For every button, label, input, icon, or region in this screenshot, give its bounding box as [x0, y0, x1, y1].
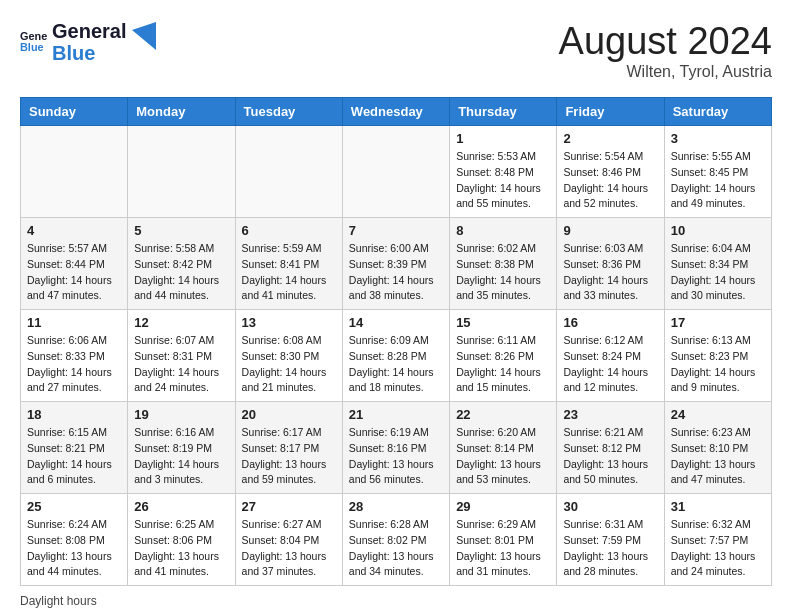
- day-number: 15: [456, 315, 550, 330]
- month-title: August 2024: [559, 20, 772, 63]
- calendar-day-cell: 17Sunrise: 6:13 AMSunset: 8:23 PMDayligh…: [664, 310, 771, 402]
- calendar-day-cell: [21, 126, 128, 218]
- logo-blue-text: Blue: [52, 42, 126, 64]
- calendar-day-cell: 30Sunrise: 6:31 AMSunset: 7:59 PMDayligh…: [557, 494, 664, 586]
- day-info: Sunrise: 6:16 AMSunset: 8:19 PMDaylight:…: [134, 425, 228, 488]
- calendar-day-cell: 3Sunrise: 5:55 AMSunset: 8:45 PMDaylight…: [664, 126, 771, 218]
- footer: Daylight hours: [20, 594, 772, 608]
- day-number: 16: [563, 315, 657, 330]
- day-info: Sunrise: 6:13 AMSunset: 8:23 PMDaylight:…: [671, 333, 765, 396]
- calendar-day-cell: 5Sunrise: 5:58 AMSunset: 8:42 PMDaylight…: [128, 218, 235, 310]
- day-info: Sunrise: 6:32 AMSunset: 7:57 PMDaylight:…: [671, 517, 765, 580]
- logo-general-text: General: [52, 20, 126, 42]
- day-info: Sunrise: 6:02 AMSunset: 8:38 PMDaylight:…: [456, 241, 550, 304]
- calendar-day-cell: 7Sunrise: 6:00 AMSunset: 8:39 PMDaylight…: [342, 218, 449, 310]
- calendar-day-cell: 21Sunrise: 6:19 AMSunset: 8:16 PMDayligh…: [342, 402, 449, 494]
- day-info: Sunrise: 6:31 AMSunset: 7:59 PMDaylight:…: [563, 517, 657, 580]
- day-number: 2: [563, 131, 657, 146]
- day-info: Sunrise: 6:07 AMSunset: 8:31 PMDaylight:…: [134, 333, 228, 396]
- day-number: 23: [563, 407, 657, 422]
- day-info: Sunrise: 6:17 AMSunset: 8:17 PMDaylight:…: [242, 425, 336, 488]
- calendar-header-monday: Monday: [128, 98, 235, 126]
- page-header: General Blue General Blue August 2024 Wi…: [20, 20, 772, 81]
- calendar-day-cell: 4Sunrise: 5:57 AMSunset: 8:44 PMDaylight…: [21, 218, 128, 310]
- calendar-week-row: 1Sunrise: 5:53 AMSunset: 8:48 PMDaylight…: [21, 126, 772, 218]
- day-number: 1: [456, 131, 550, 146]
- day-number: 18: [27, 407, 121, 422]
- day-info: Sunrise: 6:03 AMSunset: 8:36 PMDaylight:…: [563, 241, 657, 304]
- day-number: 5: [134, 223, 228, 238]
- day-info: Sunrise: 6:28 AMSunset: 8:02 PMDaylight:…: [349, 517, 443, 580]
- day-info: Sunrise: 6:12 AMSunset: 8:24 PMDaylight:…: [563, 333, 657, 396]
- day-info: Sunrise: 6:15 AMSunset: 8:21 PMDaylight:…: [27, 425, 121, 488]
- calendar-header-saturday: Saturday: [664, 98, 771, 126]
- day-info: Sunrise: 6:29 AMSunset: 8:01 PMDaylight:…: [456, 517, 550, 580]
- calendar-day-cell: 8Sunrise: 6:02 AMSunset: 8:38 PMDaylight…: [450, 218, 557, 310]
- calendar-header-friday: Friday: [557, 98, 664, 126]
- calendar-day-cell: 20Sunrise: 6:17 AMSunset: 8:17 PMDayligh…: [235, 402, 342, 494]
- day-number: 3: [671, 131, 765, 146]
- day-info: Sunrise: 5:53 AMSunset: 8:48 PMDaylight:…: [456, 149, 550, 212]
- day-number: 9: [563, 223, 657, 238]
- day-info: Sunrise: 5:54 AMSunset: 8:46 PMDaylight:…: [563, 149, 657, 212]
- day-number: 6: [242, 223, 336, 238]
- calendar-header-thursday: Thursday: [450, 98, 557, 126]
- day-info: Sunrise: 5:55 AMSunset: 8:45 PMDaylight:…: [671, 149, 765, 212]
- day-number: 28: [349, 499, 443, 514]
- svg-text:Blue: Blue: [20, 41, 44, 53]
- calendar-day-cell: 19Sunrise: 6:16 AMSunset: 8:19 PMDayligh…: [128, 402, 235, 494]
- day-info: Sunrise: 6:00 AMSunset: 8:39 PMDaylight:…: [349, 241, 443, 304]
- calendar-day-cell: 31Sunrise: 6:32 AMSunset: 7:57 PMDayligh…: [664, 494, 771, 586]
- calendar-day-cell: 23Sunrise: 6:21 AMSunset: 8:12 PMDayligh…: [557, 402, 664, 494]
- calendar-day-cell: 18Sunrise: 6:15 AMSunset: 8:21 PMDayligh…: [21, 402, 128, 494]
- day-number: 11: [27, 315, 121, 330]
- calendar-day-cell: 14Sunrise: 6:09 AMSunset: 8:28 PMDayligh…: [342, 310, 449, 402]
- calendar-table: SundayMondayTuesdayWednesdayThursdayFrid…: [20, 97, 772, 586]
- daylight-label: Daylight hours: [20, 594, 97, 608]
- day-info: Sunrise: 5:58 AMSunset: 8:42 PMDaylight:…: [134, 241, 228, 304]
- day-info: Sunrise: 6:27 AMSunset: 8:04 PMDaylight:…: [242, 517, 336, 580]
- calendar-week-row: 18Sunrise: 6:15 AMSunset: 8:21 PMDayligh…: [21, 402, 772, 494]
- svg-marker-2: [132, 22, 156, 50]
- day-info: Sunrise: 6:21 AMSunset: 8:12 PMDaylight:…: [563, 425, 657, 488]
- day-info: Sunrise: 6:11 AMSunset: 8:26 PMDaylight:…: [456, 333, 550, 396]
- day-info: Sunrise: 6:23 AMSunset: 8:10 PMDaylight:…: [671, 425, 765, 488]
- calendar-day-cell: [342, 126, 449, 218]
- calendar-day-cell: 27Sunrise: 6:27 AMSunset: 8:04 PMDayligh…: [235, 494, 342, 586]
- day-info: Sunrise: 6:04 AMSunset: 8:34 PMDaylight:…: [671, 241, 765, 304]
- day-number: 24: [671, 407, 765, 422]
- day-info: Sunrise: 6:09 AMSunset: 8:28 PMDaylight:…: [349, 333, 443, 396]
- logo: General Blue General Blue: [20, 20, 156, 64]
- day-number: 17: [671, 315, 765, 330]
- calendar-header-row: SundayMondayTuesdayWednesdayThursdayFrid…: [21, 98, 772, 126]
- day-number: 30: [563, 499, 657, 514]
- logo-arrow-icon: [132, 22, 156, 54]
- calendar-day-cell: 15Sunrise: 6:11 AMSunset: 8:26 PMDayligh…: [450, 310, 557, 402]
- day-number: 12: [134, 315, 228, 330]
- day-number: 7: [349, 223, 443, 238]
- calendar-day-cell: 12Sunrise: 6:07 AMSunset: 8:31 PMDayligh…: [128, 310, 235, 402]
- calendar-day-cell: 1Sunrise: 5:53 AMSunset: 8:48 PMDaylight…: [450, 126, 557, 218]
- day-info: Sunrise: 6:20 AMSunset: 8:14 PMDaylight:…: [456, 425, 550, 488]
- day-info: Sunrise: 6:19 AMSunset: 8:16 PMDaylight:…: [349, 425, 443, 488]
- calendar-day-cell: 16Sunrise: 6:12 AMSunset: 8:24 PMDayligh…: [557, 310, 664, 402]
- day-number: 10: [671, 223, 765, 238]
- day-number: 27: [242, 499, 336, 514]
- calendar-day-cell: 25Sunrise: 6:24 AMSunset: 8:08 PMDayligh…: [21, 494, 128, 586]
- calendar-day-cell: 2Sunrise: 5:54 AMSunset: 8:46 PMDaylight…: [557, 126, 664, 218]
- logo-icon: General Blue: [20, 28, 48, 56]
- day-info: Sunrise: 6:08 AMSunset: 8:30 PMDaylight:…: [242, 333, 336, 396]
- day-number: 26: [134, 499, 228, 514]
- calendar-day-cell: 24Sunrise: 6:23 AMSunset: 8:10 PMDayligh…: [664, 402, 771, 494]
- calendar-day-cell: [235, 126, 342, 218]
- calendar-header-tuesday: Tuesday: [235, 98, 342, 126]
- day-number: 20: [242, 407, 336, 422]
- day-number: 25: [27, 499, 121, 514]
- day-info: Sunrise: 6:25 AMSunset: 8:06 PMDaylight:…: [134, 517, 228, 580]
- day-number: 8: [456, 223, 550, 238]
- calendar-day-cell: 26Sunrise: 6:25 AMSunset: 8:06 PMDayligh…: [128, 494, 235, 586]
- calendar-day-cell: 13Sunrise: 6:08 AMSunset: 8:30 PMDayligh…: [235, 310, 342, 402]
- day-number: 29: [456, 499, 550, 514]
- calendar-week-row: 11Sunrise: 6:06 AMSunset: 8:33 PMDayligh…: [21, 310, 772, 402]
- calendar-day-cell: 29Sunrise: 6:29 AMSunset: 8:01 PMDayligh…: [450, 494, 557, 586]
